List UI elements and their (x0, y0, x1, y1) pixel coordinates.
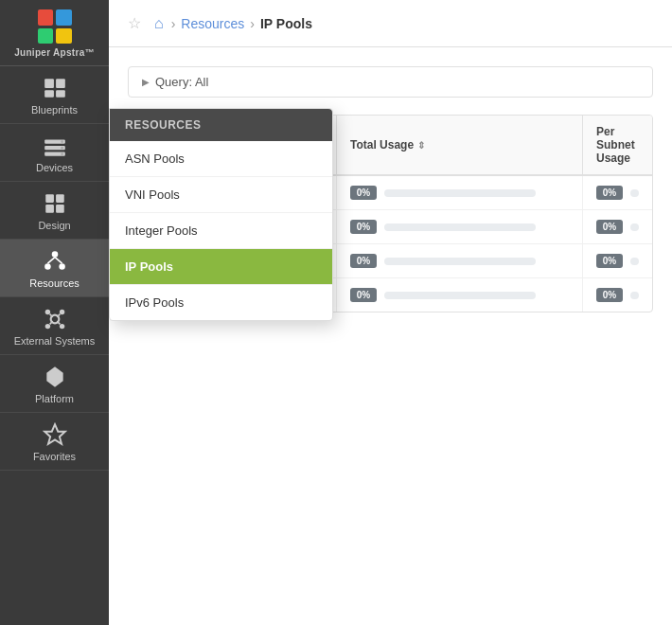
breadcrumb-sep1: › (171, 16, 176, 31)
platform-icon (43, 365, 67, 389)
breadcrumb: › Resources › IP Pools (171, 16, 312, 31)
row2-per-subnet: 0% (583, 210, 652, 243)
col-per-subnet-label: Per Subnet Usage (596, 125, 639, 165)
app-logo: Juniper Apstra™ (0, 0, 109, 66)
header: ☆ ⌂ › Resources › IP Pools (109, 0, 672, 47)
sidebar-item-devices-label: Devices (36, 162, 73, 173)
row4-subnet-bar (630, 292, 639, 299)
svg-rect-12 (45, 205, 54, 213)
logo-cell-red (38, 9, 54, 26)
svg-point-23 (59, 324, 63, 329)
row4-total-badge: 0% (350, 288, 377, 302)
svg-marker-30 (44, 424, 65, 444)
row3-total-badge: 0% (350, 254, 377, 268)
sidebar-item-resources[interactable]: Resources (0, 240, 109, 297)
logo-cell-blue (56, 9, 72, 26)
logo-cell-green (38, 28, 54, 45)
svg-rect-11 (56, 194, 64, 203)
svg-line-25 (57, 314, 60, 317)
breadcrumb-resources[interactable]: Resources (181, 16, 244, 31)
svg-line-18 (55, 258, 62, 264)
row2-total-bar (384, 223, 536, 231)
resources-dropdown-menu: Resources ASN Pools VNI Pools Integer Po… (109, 108, 333, 321)
logo-grid (38, 9, 72, 44)
sidebar: Juniper Apstra™ Blueprints Devices (0, 0, 109, 625)
dropdown-item-asn-pools[interactable]: ASN Pools (110, 141, 332, 177)
row1-subnet-badge: 0% (596, 186, 623, 200)
row3-subnet-bar (630, 258, 639, 265)
favorites-icon (43, 422, 67, 447)
svg-point-20 (44, 310, 49, 314)
logo-cell-yellow (56, 28, 72, 45)
row2-total-usage: 0% (337, 210, 583, 243)
dropdown-item-integer-pools[interactable]: Integer Pools (110, 213, 332, 249)
sidebar-item-blueprints-label: Blueprints (31, 104, 78, 116)
breadcrumb-sep2: › (250, 16, 255, 31)
external-systems-icon (43, 307, 67, 331)
row1-total-badge: 0% (350, 186, 377, 200)
svg-line-27 (57, 321, 60, 324)
col-total-usage-label: Total Usage (350, 138, 414, 152)
home-icon[interactable]: ⌂ (154, 15, 164, 32)
svg-point-14 (51, 251, 58, 258)
blueprints-icon (43, 76, 67, 100)
sidebar-item-external-systems[interactable]: External Systems (0, 297, 109, 355)
svg-point-8 (61, 147, 63, 150)
svg-point-15 (44, 263, 51, 270)
svg-point-21 (59, 310, 63, 314)
svg-line-26 (49, 321, 52, 324)
page-body: ▶ Query: All Name ⇕ Total Usage ⇕ Per Su… (109, 47, 672, 625)
svg-rect-2 (44, 90, 54, 98)
col-total-usage[interactable]: Total Usage ⇕ (337, 116, 583, 174)
row1-per-subnet: 0% (583, 176, 652, 209)
row3-subnet-badge: 0% (596, 254, 623, 268)
sidebar-item-platform[interactable]: Platform (0, 355, 109, 413)
design-icon (43, 191, 67, 216)
svg-rect-3 (56, 90, 65, 98)
row4-total-usage: 0% (337, 278, 583, 312)
sidebar-item-resources-label: Resources (29, 277, 80, 289)
devices-icon (43, 134, 67, 158)
dropdown-item-vni-pools[interactable]: VNI Pools (110, 177, 332, 213)
sidebar-item-favorites[interactable]: Favorites (0, 413, 109, 471)
col-per-subnet-usage[interactable]: Per Subnet Usage (583, 116, 652, 174)
svg-rect-0 (44, 79, 54, 88)
row1-total-usage: 0% (337, 176, 583, 209)
sidebar-item-external-systems-label: External Systems (14, 335, 96, 347)
app-name: Juniper Apstra™ (14, 47, 95, 58)
sidebar-item-devices[interactable]: Devices (0, 124, 109, 182)
sort-icon-total: ⇕ (417, 140, 425, 151)
main-content: ☆ ⌂ › Resources › IP Pools ▶ Query: All … (109, 0, 672, 625)
svg-line-24 (49, 314, 52, 317)
svg-rect-1 (56, 79, 65, 88)
row4-total-bar (384, 292, 536, 299)
query-label: Query: All (155, 75, 208, 89)
sidebar-item-design-label: Design (38, 220, 70, 231)
svg-point-7 (61, 140, 63, 143)
row4-subnet-badge: 0% (596, 288, 623, 302)
row4-per-subnet: 0% (583, 278, 652, 312)
row2-subnet-bar (630, 223, 639, 231)
dropdown-item-ipv6-pools[interactable]: IPv6 Pools (110, 285, 332, 320)
svg-rect-13 (56, 205, 64, 213)
svg-line-17 (47, 258, 55, 264)
dropdown-item-ip-pools[interactable]: IP Pools (110, 249, 332, 285)
row1-total-bar (384, 189, 536, 197)
svg-point-16 (59, 263, 65, 270)
svg-point-22 (44, 324, 49, 329)
row3-total-bar (384, 258, 536, 265)
svg-rect-10 (45, 194, 54, 203)
sidebar-item-platform-label: Platform (35, 393, 74, 404)
row1-subnet-bar (630, 189, 639, 197)
sidebar-item-favorites-label: Favorites (33, 451, 76, 462)
row3-per-subnet: 0% (583, 244, 652, 277)
row3-total-usage: 0% (337, 244, 583, 277)
favorite-star-icon[interactable]: ☆ (128, 14, 141, 32)
query-arrow-icon: ▶ (142, 77, 150, 87)
sidebar-item-design[interactable]: Design (0, 182, 109, 240)
query-bar[interactable]: ▶ Query: All (128, 66, 653, 98)
resources-icon (43, 249, 67, 274)
svg-point-9 (61, 152, 63, 155)
dropdown-header: Resources (110, 109, 332, 141)
sidebar-item-blueprints[interactable]: Blueprints (0, 66, 109, 124)
